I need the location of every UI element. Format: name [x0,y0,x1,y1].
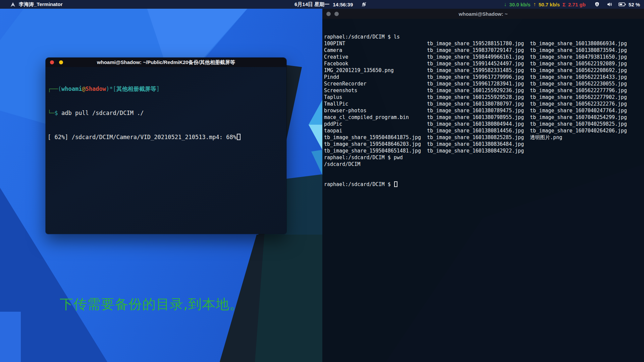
network-total: 2.71 gb [568,2,586,7]
upload-speed: 50.7 kb/s [539,2,560,7]
terminal-output-line: [ 62%] /sdcard/DCIM/Camera/VID_20210521_… [48,133,284,141]
left-terminal-titlebar[interactable]: whoami@Shadow: ~/Public/RedmiK20备份/其他相册截… [46,58,286,67]
security-shield-icon[interactable] [594,2,600,7]
network-upload-icon: ↑ [533,1,536,7]
terminal-prompt-line-2: └─$ adb pull /sdcard/DCIM ./ [48,109,284,117]
battery-icon[interactable] [619,2,626,7]
right-terminal-title: whoami@Shadow: ~ [322,11,644,17]
terminal-prompt-line-1: ┌──(whoami@Shadow)*[其他相册截屏等] [48,85,284,93]
taskbar-app-label: 李海涛_Terminator [19,1,63,8]
terminal-prompt-line: raphael:/sdcard/DCIM $ [324,181,642,188]
taskbar-app-terminator[interactable]: 李海涛_Terminator [10,1,63,8]
top-panel: 李海涛_Terminator 6月14日 星期一 14:56:39 ↓ 30.0… [0,0,644,9]
date-label: 6月14日 星期一 [294,1,329,8]
network-download-icon: ↓ [504,1,506,7]
status-indicators: ↓ 30.0 kb/s ↑ 50.7 kb/s Σ 2.71 gb 52 % [504,1,640,7]
ls-output: raphael:/sdcard/DCIM $ ls 100PINT tb_ima… [324,34,642,168]
network-total-icon: Σ [562,2,566,7]
volume-icon[interactable] [606,1,612,7]
right-terminal-content[interactable]: raphael:/sdcard/DCIM $ ls 100PINT tb_ima… [322,19,644,362]
left-terminal-title: whoami@Shadow: ~/Public/RedmiK20备份/其他相册截… [46,59,286,66]
app-launcher-icon[interactable] [10,2,16,7]
right-terminal-titlebar[interactable]: whoami@Shadow: ~ [322,9,644,19]
terminal-cursor [237,134,240,140]
time-label: 14:56:39 [333,2,353,7]
terminal-window-left: whoami@Shadow: ~/Public/RedmiK20备份/其他相册截… [45,57,287,234]
download-speed: 30.0 kb/s [509,2,530,7]
battery-percent: 52 % [629,2,640,7]
desktop-annotation-text: 下传需要备份的目录,到本地。 [60,295,243,313]
left-terminal-content[interactable]: ┌──(whoami@Shadow)*[其他相册截屏等] └─$ adb pul… [46,67,286,234]
terminal-cursor [394,181,397,187]
notifications-muted-icon[interactable] [361,1,367,7]
terminal-window-right: whoami@Shadow: ~ raphael:/sdcard/DCIM $ … [322,9,644,362]
clock-widget[interactable]: 6月14日 星期一 14:56:39 [294,1,367,8]
